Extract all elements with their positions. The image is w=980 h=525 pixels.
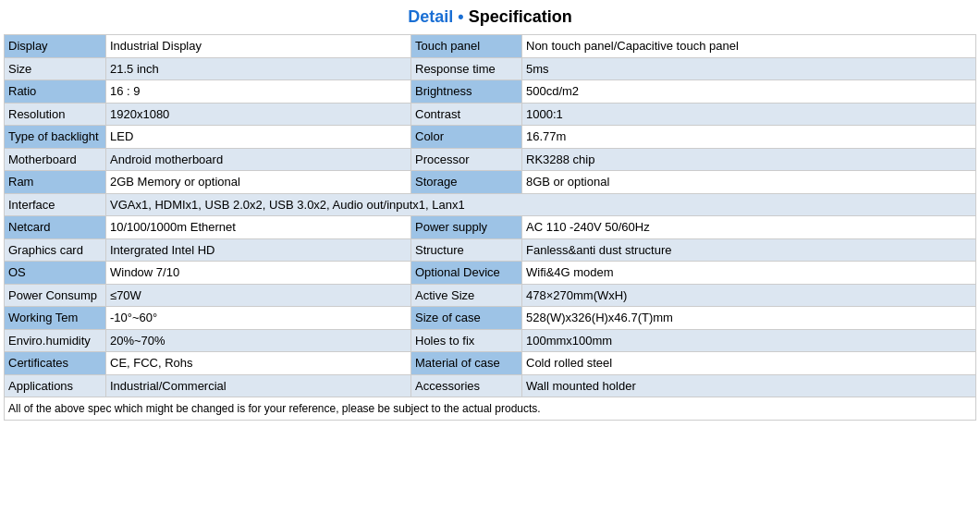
label-cell: Size of case <box>411 307 522 330</box>
value-cell: 1920x1080 <box>106 103 411 126</box>
label-cell: Working Tem <box>5 307 106 330</box>
value-cell: Industrial/Commercial <box>106 374 411 397</box>
label-cell: Graphics card <box>5 238 106 262</box>
label-cell: OS <box>5 262 106 285</box>
label-cell: Optional Device <box>411 262 522 285</box>
value-cell: 500cd/m2 <box>522 80 976 104</box>
label-cell: Active Size <box>411 284 522 307</box>
page-title: Detail • Specification <box>4 7 976 27</box>
value-cell: -10°~60° <box>106 307 411 330</box>
value-cell: 8GB or optional <box>522 171 976 194</box>
label-cell: Ratio <box>5 80 106 104</box>
value-cell: Intergrated Intel HD <box>106 238 411 262</box>
label-cell: Enviro.humidity <box>5 329 106 352</box>
label-cell: Accessories <box>411 374 522 397</box>
value-cell-wide: VGAx1, HDMIx1, USB 2.0x2, USB 3.0x2, Aud… <box>106 193 976 216</box>
label-cell: Contrast <box>411 103 522 126</box>
label-cell: Power supply <box>411 216 522 239</box>
label-cell: Certificates <box>5 352 106 375</box>
value-cell: 16.77m <box>522 126 976 149</box>
label-cell: Response time <box>411 57 522 80</box>
value-cell: 16 : 9 <box>106 80 411 104</box>
label-cell: Resolution <box>5 103 106 126</box>
value-cell: Wifi&4G modem <box>522 262 976 285</box>
label-cell: Ram <box>5 171 106 194</box>
footer-note: All of the above spec which might be cha… <box>5 397 976 421</box>
label-cell: Storage <box>411 171 522 194</box>
label-cell: Structure <box>411 238 522 262</box>
value-cell: 100mmx100mm <box>522 329 976 352</box>
value-cell: 5ms <box>522 57 976 80</box>
page: Detail • Specification DisplayIndustrial… <box>0 0 980 424</box>
value-cell: 2GB Memory or optional <box>106 171 411 194</box>
label-cell: Brightness <box>411 80 522 104</box>
value-cell: CE, FCC, Rohs <box>106 352 411 375</box>
title-bullet: • <box>453 7 468 26</box>
label-cell: Touch panel <box>411 35 522 58</box>
title-detail: Detail <box>408 7 453 26</box>
value-cell: Android motherboard <box>106 148 411 171</box>
value-cell: Window 7/10 <box>106 262 411 285</box>
value-cell: Fanless&anti dust structure <box>522 238 976 262</box>
value-cell: 478×270mm(WxH) <box>522 284 976 307</box>
value-cell: ≤70W <box>106 284 411 307</box>
label-cell: Display <box>5 35 106 58</box>
value-cell: AC 110 -240V 50/60Hz <box>522 216 976 239</box>
spec-table: DisplayIndustrial DisplayTouch panelNon … <box>4 34 976 421</box>
value-cell: Cold rolled steel <box>522 352 976 375</box>
label-cell: Size <box>5 57 106 80</box>
label-cell: Motherboard <box>5 148 106 171</box>
value-cell: RK3288 chip <box>522 148 976 171</box>
label-cell: Type of backlight <box>5 126 106 149</box>
label-cell: Applications <box>5 374 106 397</box>
value-cell: Industrial Display <box>106 35 411 58</box>
label-cell: Interface <box>5 193 106 216</box>
value-cell: 20%~70% <box>106 329 411 352</box>
title-spec: Specification <box>469 7 572 26</box>
value-cell: 10/100/1000m Ethernet <box>106 216 411 239</box>
value-cell: Non touch panel/Capacitive touch panel <box>522 35 976 58</box>
label-cell: Holes to fix <box>411 329 522 352</box>
label-cell: Processor <box>411 148 522 171</box>
label-cell: Power Consump <box>5 284 106 307</box>
value-cell: Wall mounted holder <box>522 374 976 397</box>
label-cell: Material of case <box>411 352 522 375</box>
value-cell: 528(W)x326(H)x46.7(T)mm <box>522 307 976 330</box>
value-cell: 21.5 inch <box>106 57 411 80</box>
value-cell: 1000:1 <box>522 103 976 126</box>
value-cell: LED <box>106 126 411 149</box>
label-cell: Netcard <box>5 216 106 239</box>
label-cell: Color <box>411 126 522 149</box>
